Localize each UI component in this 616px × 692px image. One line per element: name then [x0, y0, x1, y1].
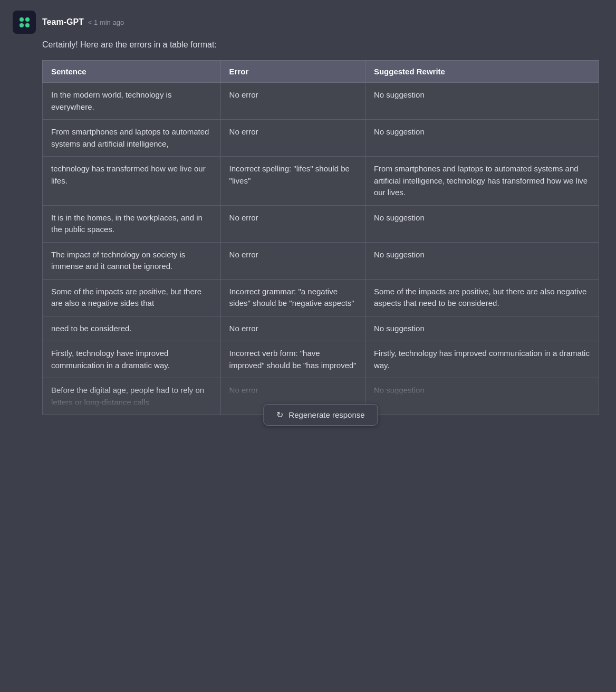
- fade-overlay: [374, 376, 590, 397]
- col-header-error: Error: [220, 61, 365, 83]
- cell-rewrite: No suggestion: [365, 242, 599, 279]
- cell-rewrite: From smartphones and laptops to automate…: [365, 157, 599, 206]
- avatar-dot: [20, 17, 24, 22]
- regenerate-button[interactable]: ↻ Regenerate response: [263, 404, 378, 426]
- cell-sentence: The impact of technology on society is i…: [43, 242, 221, 279]
- cell-sentence: need to be considered.: [43, 316, 221, 341]
- regenerate-icon: ↻: [276, 410, 283, 420]
- table-row: Some of the impacts are positive, but th…: [43, 279, 599, 316]
- fade-text-rewrite: No suggestion: [374, 385, 590, 397]
- fade-text-sentence: Before the digital age, people had to re…: [51, 385, 212, 408]
- table-row: From smartphones and laptops to automate…: [43, 120, 599, 157]
- fade-text-error: No error: [229, 385, 357, 397]
- fade-overlay: [229, 376, 357, 397]
- table-row: technology has transformed how we live o…: [43, 157, 599, 206]
- col-header-rewrite: Suggested Rewrite: [365, 61, 599, 83]
- table-container: Sentence Error Suggested Rewrite In the …: [42, 60, 599, 415]
- cell-error: No error: [220, 316, 365, 341]
- header-info: Team-GPT < 1 min ago: [42, 17, 124, 27]
- cell-rewrite: No suggestion: [365, 120, 599, 157]
- cell-sentence: From smartphones and laptops to automate…: [43, 120, 221, 157]
- cell-sentence: Before the digital age, people had to re…: [43, 378, 221, 415]
- avatar: [13, 11, 36, 34]
- cell-sentence: In the modern world, technology is every…: [43, 83, 221, 120]
- avatar-grid: [20, 17, 30, 27]
- table-row: It is in the homes, in the workplaces, a…: [43, 205, 599, 242]
- cell-rewrite: No suggestion: [365, 316, 599, 341]
- avatar-dot: [25, 17, 30, 22]
- cell-rewrite: No suggestion: [365, 205, 599, 242]
- cell-error: No error: [220, 242, 365, 279]
- cell-rewrite: Some of the impacts are positive, but th…: [365, 279, 599, 316]
- cell-sentence: Some of the impacts are positive, but th…: [43, 279, 221, 316]
- table-row: need to be considered.No errorNo suggest…: [43, 316, 599, 341]
- intro-text: Certainly! Here are the errors in a tabl…: [13, 40, 603, 50]
- cell-sentence: technology has transformed how we live o…: [43, 157, 221, 206]
- cell-rewrite: Firstly, technology has improved communi…: [365, 341, 599, 378]
- header-row: Sentence Error Suggested Rewrite: [43, 61, 599, 83]
- cell-error: No error: [220, 205, 365, 242]
- cell-error: Incorrect grammar: "a negative sides" sh…: [220, 279, 365, 316]
- table-body: In the modern world, technology is every…: [43, 83, 599, 415]
- cell-rewrite: No suggestion: [365, 378, 599, 415]
- cell-error: Incorrect spelling: "lifes" should be "l…: [220, 157, 365, 206]
- avatar-dot: [20, 23, 24, 27]
- cell-error: No error: [220, 120, 365, 157]
- cell-rewrite: No suggestion: [365, 83, 599, 120]
- cell-error: Incorrect verb form: "have improved" sho…: [220, 341, 365, 378]
- table-header: Sentence Error Suggested Rewrite: [43, 61, 599, 83]
- table-row: In the modern world, technology is every…: [43, 83, 599, 120]
- regenerate-label: Regenerate response: [288, 410, 364, 419]
- table-row: The impact of technology on society is i…: [43, 242, 599, 279]
- fade-overlay: [51, 387, 212, 408]
- cell-error: No error: [220, 83, 365, 120]
- message-header: Team-GPT < 1 min ago: [13, 11, 603, 34]
- table-row: Firstly, technology have improved commun…: [43, 341, 599, 378]
- cell-sentence: It is in the homes, in the workplaces, a…: [43, 205, 221, 242]
- col-header-sentence: Sentence: [43, 61, 221, 83]
- agent-name: Team-GPT: [42, 17, 84, 27]
- timestamp: < 1 min ago: [88, 18, 124, 26]
- avatar-dot: [25, 23, 30, 27]
- cell-sentence: Firstly, technology have improved commun…: [43, 341, 221, 378]
- errors-table: Sentence Error Suggested Rewrite In the …: [42, 60, 599, 415]
